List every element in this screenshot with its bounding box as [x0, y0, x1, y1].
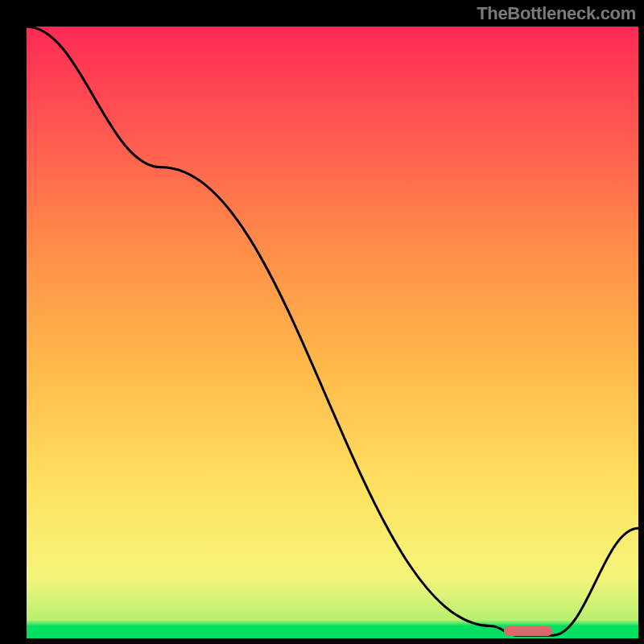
plot-area [27, 27, 638, 638]
watermark-text: TheBottleneck.com [477, 3, 636, 24]
optimal-marker [504, 626, 553, 636]
bottleneck-chart: TheBottleneck.com [0, 0, 644, 644]
chart-svg [0, 0, 644, 644]
